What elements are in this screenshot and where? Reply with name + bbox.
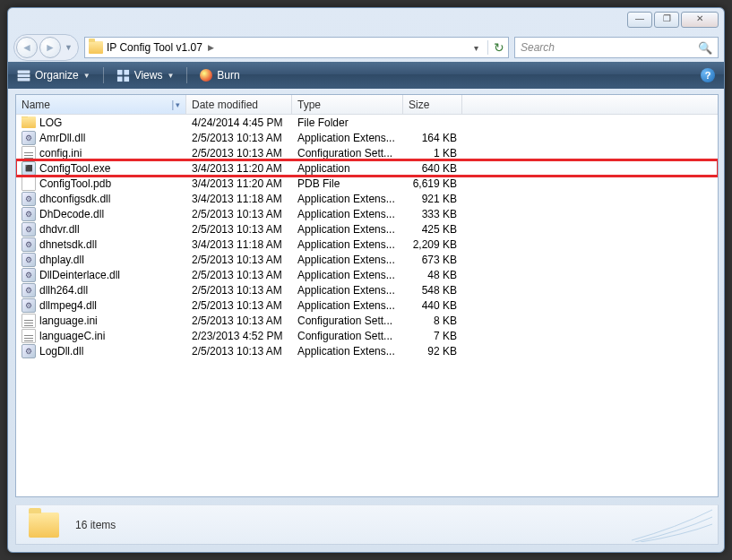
back-button[interactable]: ◄ [16, 37, 38, 58]
file-type: Application Extens... [292, 299, 403, 312]
file-row[interactable]: dhnetsdk.dll3/4/2013 11:18 AMApplication… [16, 237, 718, 252]
file-size: 548 KB [403, 284, 462, 297]
file-row[interactable]: languageC.ini2/23/2013 4:52 PMConfigurat… [16, 328, 718, 343]
file-size: 8 KB [403, 314, 462, 327]
column-date[interactable]: Date modified [186, 95, 292, 114]
column-date-label: Date modified [192, 99, 258, 111]
file-name: DllDeinterlace.dll [39, 269, 120, 281]
dll-icon [22, 192, 36, 206]
nav-history-dropdown[interactable]: ▼ [65, 43, 73, 52]
file-row[interactable]: dllh264.dll2/5/2013 10:13 AMApplication … [16, 282, 718, 297]
column-type[interactable]: Type [292, 95, 403, 114]
file-type: File Folder [292, 116, 403, 129]
file-type: Application Extens... [292, 238, 403, 251]
file-row[interactable]: config.ini2/5/2013 10:13 AMConfiguration… [16, 145, 718, 160]
file-type: Application Extens... [292, 132, 403, 144]
decoration-swoosh [632, 506, 712, 542]
views-label: Views [134, 69, 163, 82]
dll-icon [22, 207, 36, 221]
search-box[interactable]: Search 🔍 [514, 37, 719, 58]
minimize-button[interactable]: — [627, 12, 652, 28]
help-button[interactable]: ? [701, 68, 715, 82]
file-row[interactable]: LogDll.dll2/5/2013 10:13 AMApplication E… [16, 343, 718, 358]
file-size: 425 KB [403, 223, 462, 236]
chevron-right-icon[interactable]: ▶ [208, 43, 214, 52]
item-count: 16 items [75, 519, 116, 531]
views-icon [116, 69, 130, 82]
file-row[interactable]: language.ini2/5/2013 10:13 AMConfigurati… [16, 313, 718, 328]
file-name: dhconfigsdk.dll [39, 193, 110, 205]
file-date: 2/5/2013 10:13 AM [186, 147, 292, 159]
file-list[interactable]: LOG4/24/2014 4:45 PMFile FolderAmrDll.dl… [16, 115, 718, 358]
sort-dropdown-icon[interactable]: │▾ [170, 100, 180, 109]
dll-icon [22, 253, 36, 267]
address-bar[interactable]: IP Config Tool v1.07 ▶ ▾ ↻ [84, 37, 509, 58]
file-name: DhDecode.dll [39, 208, 104, 220]
command-toolbar: Organize ▼ Views ▼ Burn ? [8, 62, 724, 89]
organize-button[interactable]: Organize ▼ [17, 69, 90, 82]
views-button[interactable]: Views ▼ [116, 69, 175, 82]
nav-buttons: ◄ ► ▼ [13, 34, 79, 61]
file-type: Application Extens... [292, 284, 403, 297]
maximize-button[interactable]: ❐ [654, 12, 679, 28]
file-size: 440 KB [403, 299, 462, 312]
file-size: 48 KB [403, 269, 462, 281]
close-button[interactable]: ✕ [681, 12, 719, 28]
file-date: 2/5/2013 10:13 AM [186, 284, 292, 297]
file-date: 3/4/2013 11:18 AM [186, 193, 292, 205]
file-type: Configuration Sett... [292, 314, 403, 327]
burn-button[interactable]: Burn [200, 69, 239, 82]
file-type: Application Extens... [292, 345, 403, 358]
file-row[interactable]: AmrDll.dll2/5/2013 10:13 AMApplication E… [16, 130, 718, 145]
file-date: 4/24/2014 4:45 PM [186, 116, 292, 129]
column-name[interactable]: Name │▾ [16, 95, 186, 114]
folder-icon [22, 116, 36, 128]
file-row[interactable]: dhconfigsdk.dll3/4/2013 11:18 AMApplicat… [16, 191, 718, 206]
file-row[interactable]: dllmpeg4.dll2/5/2013 10:13 AMApplication… [16, 297, 718, 313]
file-name: AmrDll.dll [39, 132, 85, 144]
file-row[interactable]: ConfigTool.pdb3/4/2013 11:20 AMPDB File6… [16, 176, 718, 191]
file-row[interactable]: LOG4/24/2014 4:45 PMFile Folder [16, 115, 718, 130]
title-bar[interactable]: — ❐ ✕ [8, 8, 724, 33]
chevron-down-icon: ▼ [83, 72, 90, 80]
column-size[interactable]: Size [403, 95, 462, 114]
pdb-icon [22, 177, 36, 191]
forward-button[interactable]: ► [39, 37, 61, 58]
chevron-down-icon: ▼ [167, 72, 174, 80]
file-name: dllh264.dll [39, 284, 88, 297]
dll-icon [22, 268, 36, 282]
file-type: PDB File [292, 177, 403, 190]
file-row[interactable]: ConfigTool.exe3/4/2013 11:20 AMApplicati… [16, 160, 718, 176]
dll-icon [22, 283, 36, 297]
file-size: 7 KB [403, 330, 462, 342]
organize-icon [17, 69, 30, 82]
search-placeholder: Search [521, 41, 555, 54]
file-type: Application [292, 162, 403, 175]
separator [186, 67, 187, 83]
file-row[interactable]: dhdvr.dll2/5/2013 10:13 AMApplication Ex… [16, 221, 718, 237]
file-row[interactable]: DllDeinterlace.dll2/5/2013 10:13 AMAppli… [16, 267, 718, 282]
file-name: languageC.ini [39, 330, 105, 342]
svg-rect-4 [124, 69, 129, 74]
refresh-button[interactable]: ↻ [494, 40, 504, 55]
file-date: 2/5/2013 10:13 AM [186, 314, 292, 327]
file-row[interactable]: dhplay.dll2/5/2013 10:13 AMApplication E… [16, 252, 718, 267]
ini-icon [22, 329, 36, 343]
file-type: Application Extens... [292, 223, 403, 236]
file-row[interactable]: DhDecode.dll2/5/2013 10:13 AMApplication… [16, 206, 718, 221]
file-date: 3/4/2013 11:18 AM [186, 238, 292, 251]
columns-header: Name │▾ Date modified Type Size [16, 95, 718, 115]
file-name: ConfigTool.exe [39, 162, 110, 175]
svg-rect-6 [124, 76, 129, 82]
file-name: language.ini [39, 314, 98, 327]
breadcrumb[interactable]: IP Config Tool v1.07 ▶ [107, 41, 465, 54]
address-dropdown[interactable]: ▾ [469, 43, 484, 53]
file-size: 673 KB [403, 254, 462, 266]
ini-icon [22, 314, 36, 328]
breadcrumb-item[interactable]: IP Config Tool v1.07 [107, 41, 202, 54]
file-name: dllmpeg4.dll [39, 299, 97, 312]
file-size: 6,619 KB [403, 177, 462, 190]
file-size: 164 KB [403, 132, 462, 144]
search-icon[interactable]: 🔍 [698, 41, 712, 55]
file-size: 2,209 KB [403, 238, 462, 251]
